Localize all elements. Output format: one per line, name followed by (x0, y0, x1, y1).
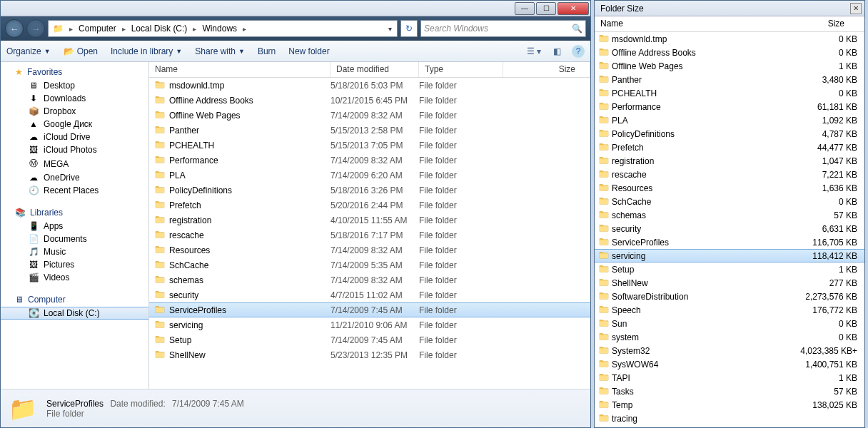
chevron-icon[interactable]: ▸ (68, 25, 74, 33)
size-row[interactable]: System324,023,385 KB+ (595, 344, 864, 357)
file-row[interactable]: Offline Address Books10/21/2015 6:45 PMF… (149, 93, 590, 108)
close-button[interactable]: ✕ (557, 2, 589, 15)
size-row[interactable]: Resources1,636 KB (595, 181, 864, 195)
navigation-pane[interactable]: ★Favorites 🖥Desktop⬇Downloads📦Dropbox▲Go… (1, 62, 149, 389)
breadcrumb-computer[interactable]: Computer (76, 22, 119, 35)
size-row[interactable]: Sun0 KB (595, 317, 864, 330)
file-row[interactable]: SchCache7/14/2009 5:35 AMFile folder (149, 258, 590, 272)
maximize-button[interactable]: ☐ (536, 2, 556, 15)
file-row[interactable]: security4/7/2015 11:02 AMFile folder (149, 287, 590, 302)
nav-item-downloads[interactable]: ⬇Downloads (1, 92, 148, 105)
search-input[interactable]: Search Windows 🔍 (420, 20, 586, 37)
address-dropdown[interactable]: ▾ (384, 25, 395, 33)
view-options-button[interactable]: ☰ ▾ (526, 44, 542, 58)
size-row[interactable]: PolicyDefinitions4,787 KB (595, 127, 864, 141)
size-row[interactable]: SchCache0 KB (595, 195, 864, 208)
file-row[interactable]: ServiceProfiles7/14/2009 7:45 AMFile fol… (149, 302, 590, 317)
size-row[interactable]: security6,631 KB (595, 222, 864, 235)
nav-item-documents[interactable]: 📄Documents (1, 233, 148, 245)
size-row[interactable]: Panther3,480 KB (595, 73, 864, 86)
nav-item-icloud-photos[interactable]: 🖼iCloud Photos (1, 143, 148, 156)
size-row[interactable]: tracing (595, 412, 864, 425)
nav-item-music[interactable]: 🎵Music (1, 245, 148, 258)
nav-item-recent-places[interactable]: 🕘Recent Places (1, 184, 148, 197)
forward-button[interactable]: → (26, 19, 45, 38)
file-row[interactable]: Performance7/14/2009 8:32 AMFile folder (149, 153, 590, 168)
burn-button[interactable]: Burn (258, 46, 276, 56)
file-row[interactable]: msdownld.tmp5/18/2016 5:03 PMFile folder (149, 78, 590, 93)
favorites-header[interactable]: ★Favorites (1, 65, 148, 79)
nav-item-local-disk-c-[interactable]: 💽Local Disk (C:) (1, 307, 148, 320)
nav-item-icloud-drive[interactable]: ☁iCloud Drive (1, 131, 148, 143)
nav-item-videos[interactable]: 🎬Videos (1, 271, 148, 284)
column-date[interactable]: Date modified (330, 62, 419, 77)
column-type[interactable]: Type (419, 62, 503, 77)
size-row[interactable]: ShellNew277 KB (595, 276, 864, 290)
nav-item-desktop[interactable]: 🖥Desktop (1, 79, 148, 92)
refresh-button[interactable]: ↻ (400, 20, 418, 37)
file-row[interactable]: Setup7/14/2009 7:45 AMFile folder (149, 332, 590, 347)
nav-item-apps[interactable]: 📱Apps (1, 220, 148, 233)
file-rows[interactable]: msdownld.tmp5/18/2016 5:03 PMFile folder… (149, 78, 590, 389)
size-row[interactable]: TAPI1 KB (595, 371, 864, 384)
size-row[interactable]: PCHEALTH0 KB (595, 86, 864, 100)
new-folder-button[interactable]: New folder (288, 46, 329, 56)
size-row[interactable]: Speech176,772 KB (595, 303, 864, 317)
side-column-name[interactable]: Name (595, 16, 774, 31)
size-row[interactable]: Tasks57 KB (595, 384, 864, 398)
size-row[interactable]: Offline Address Books0 KB (595, 46, 864, 59)
back-button[interactable]: ← (5, 19, 24, 38)
minimize-button[interactable]: — (515, 2, 535, 15)
file-row[interactable]: PLA7/14/2009 6:20 AMFile folder (149, 168, 590, 183)
chevron-icon[interactable]: ▸ (191, 25, 198, 33)
include-library-menu[interactable]: Include in library▼ (111, 46, 182, 56)
size-row[interactable]: SysWOW641,400,751 KB (595, 357, 864, 371)
column-name[interactable]: Name (149, 62, 330, 77)
nav-item-pictures[interactable]: 🖼Pictures (1, 258, 148, 271)
size-row[interactable]: Temp138,025 KB (595, 398, 864, 412)
organize-menu[interactable]: Organize▼ (6, 46, 51, 56)
nav-item-mega[interactable]: ⓂMEGA (1, 156, 148, 171)
libraries-header[interactable]: 📚Libraries (1, 205, 148, 220)
size-row[interactable]: servicing118,412 KB (595, 249, 864, 263)
breadcrumb-local-disk[interactable]: Local Disk (C:) (128, 22, 191, 35)
preview-pane-button[interactable]: ◧ (549, 44, 565, 58)
nav-item-google-[interactable]: ▲Google Диск (1, 118, 148, 131)
search-icon[interactable]: 🔍 (572, 24, 582, 34)
size-row[interactable]: registration1,047 KB (595, 154, 864, 168)
size-row[interactable]: msdownld.tmp0 KB (595, 32, 864, 46)
file-row[interactable]: registration4/10/2015 11:55 AMFile folde… (149, 213, 590, 228)
file-row[interactable]: Panther5/15/2013 2:58 PMFile folder (149, 123, 590, 138)
titlebar[interactable]: — ☐ ✕ (1, 1, 590, 16)
help-button[interactable]: ? (572, 45, 585, 58)
close-button[interactable]: ✕ (850, 3, 862, 14)
size-row[interactable]: Performance61,181 KB (595, 100, 864, 113)
computer-header[interactable]: 🖥Computer (1, 292, 148, 307)
side-rows[interactable]: msdownld.tmp0 KBOffline Address Books0 K… (595, 32, 864, 427)
file-row[interactable]: servicing11/21/2010 9:06 AMFile folder (149, 317, 590, 332)
file-row[interactable]: rescache5/18/2016 7:17 PMFile folder (149, 228, 590, 243)
size-row[interactable]: Prefetch44,477 KB (595, 141, 864, 154)
open-button[interactable]: 📂Open (64, 46, 98, 56)
file-row[interactable]: PCHEALTH5/15/2013 7:05 PMFile folder (149, 138, 590, 153)
column-size[interactable]: Size (503, 62, 590, 77)
file-row[interactable]: Resources7/14/2009 8:32 AMFile folder (149, 243, 590, 258)
size-row[interactable]: Setup1 KB (595, 263, 864, 276)
size-row[interactable]: PLA1,092 KB (595, 113, 864, 127)
file-row[interactable]: ShellNew5/23/2013 12:35 PMFile folder (149, 347, 590, 362)
size-row[interactable]: SoftwareDistribution2,273,576 KB (595, 290, 864, 303)
file-row[interactable]: Offline Web Pages7/14/2009 8:32 AMFile f… (149, 108, 590, 123)
size-row[interactable]: rescache7,221 KB (595, 168, 864, 181)
chevron-icon[interactable]: ▸ (121, 25, 127, 33)
nav-item-onedrive[interactable]: ☁OneDrive (1, 171, 148, 184)
nav-item-dropbox[interactable]: 📦Dropbox (1, 105, 148, 118)
side-column-size[interactable]: Size (774, 16, 853, 31)
size-row[interactable]: Offline Web Pages1 KB (595, 59, 864, 73)
address-bar[interactable]: 📁 ▸ Computer ▸ Local Disk (C:) ▸ Windows… (48, 20, 398, 37)
folder-size-titlebar[interactable]: Folder Size ✕ (595, 1, 864, 16)
size-row[interactable]: ServiceProfiles116,705 KB (595, 235, 864, 249)
share-menu[interactable]: Share with▼ (195, 46, 245, 56)
size-row[interactable]: schemas57 KB (595, 208, 864, 222)
breadcrumb-windows[interactable]: Windows (199, 22, 240, 35)
file-row[interactable]: schemas7/14/2009 8:32 AMFile folder (149, 272, 590, 287)
